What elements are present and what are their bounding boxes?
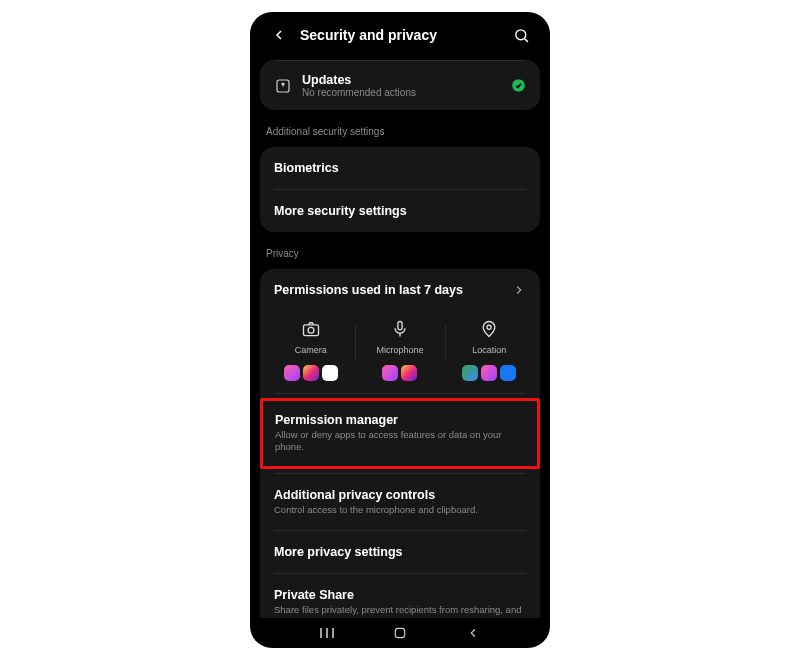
updates-card[interactable]: Updates No recommended actions bbox=[260, 60, 540, 110]
svg-line-1 bbox=[524, 38, 527, 41]
permissions-grid: Camera Microphone bbox=[260, 311, 540, 393]
highlight-annotation: Permission manager Allow or deny apps to… bbox=[260, 398, 540, 469]
camera-icon bbox=[301, 319, 321, 339]
app-google-icon bbox=[322, 365, 338, 381]
recents-button[interactable] bbox=[314, 620, 340, 646]
search-button[interactable] bbox=[508, 22, 534, 48]
more-privacy-row[interactable]: More privacy settings bbox=[260, 531, 540, 573]
search-icon bbox=[513, 27, 530, 44]
app-messenger-icon bbox=[382, 365, 398, 381]
permission-manager-row[interactable]: Permission manager Allow or deny apps to… bbox=[263, 401, 537, 466]
perm-col-microphone[interactable]: Microphone bbox=[355, 319, 444, 381]
location-icon bbox=[479, 319, 499, 339]
updates-subtitle: No recommended actions bbox=[302, 87, 511, 98]
additional-privacy-row[interactable]: Additional privacy controls Control acce… bbox=[260, 474, 540, 530]
biometrics-row[interactable]: Biometrics bbox=[260, 147, 540, 189]
app-instagram-icon bbox=[401, 365, 417, 381]
page-title: Security and privacy bbox=[300, 27, 508, 43]
permissions-used-row[interactable]: Permissions used in last 7 days bbox=[260, 269, 540, 311]
section-additional-security: Additional security settings bbox=[260, 116, 540, 141]
privacy-card: Permissions used in last 7 days Camera M… bbox=[260, 269, 540, 618]
more-security-row[interactable]: More security settings bbox=[260, 190, 540, 232]
phone-frame: Security and privacy Updates No recommen… bbox=[250, 12, 550, 648]
home-icon bbox=[392, 625, 408, 641]
svg-point-7 bbox=[487, 325, 491, 329]
app-instagram-icon bbox=[303, 365, 319, 381]
home-button[interactable] bbox=[387, 620, 413, 646]
chevron-left-icon bbox=[271, 27, 287, 43]
recents-icon bbox=[318, 626, 336, 640]
nav-back-icon bbox=[466, 626, 480, 640]
check-circle-icon bbox=[511, 78, 526, 93]
app-messenger-icon bbox=[284, 365, 300, 381]
section-privacy: Privacy bbox=[260, 238, 540, 263]
header-bar: Security and privacy bbox=[260, 12, 540, 54]
nav-back-button[interactable] bbox=[460, 620, 486, 646]
scroll-area: Security and privacy Updates No recommen… bbox=[250, 12, 550, 618]
perm-col-location[interactable]: Location bbox=[445, 319, 534, 381]
microphone-icon bbox=[390, 319, 410, 339]
svg-point-0 bbox=[515, 29, 525, 39]
app-facebook-icon bbox=[500, 365, 516, 381]
security-card: Biometrics More security settings bbox=[260, 147, 540, 232]
svg-rect-6 bbox=[398, 322, 402, 330]
svg-rect-11 bbox=[395, 628, 404, 637]
updates-title: Updates bbox=[302, 73, 511, 87]
private-share-row[interactable]: Private Share Share files privately, pre… bbox=[260, 574, 540, 618]
chevron-right-icon bbox=[512, 283, 526, 297]
android-navbar bbox=[250, 618, 550, 648]
app-messenger-icon bbox=[481, 365, 497, 381]
svg-rect-4 bbox=[303, 325, 318, 336]
shield-update-icon bbox=[274, 77, 292, 95]
back-button[interactable] bbox=[266, 22, 292, 48]
svg-point-5 bbox=[308, 327, 314, 333]
app-maps-icon bbox=[462, 365, 478, 381]
perm-col-camera[interactable]: Camera bbox=[266, 319, 355, 381]
